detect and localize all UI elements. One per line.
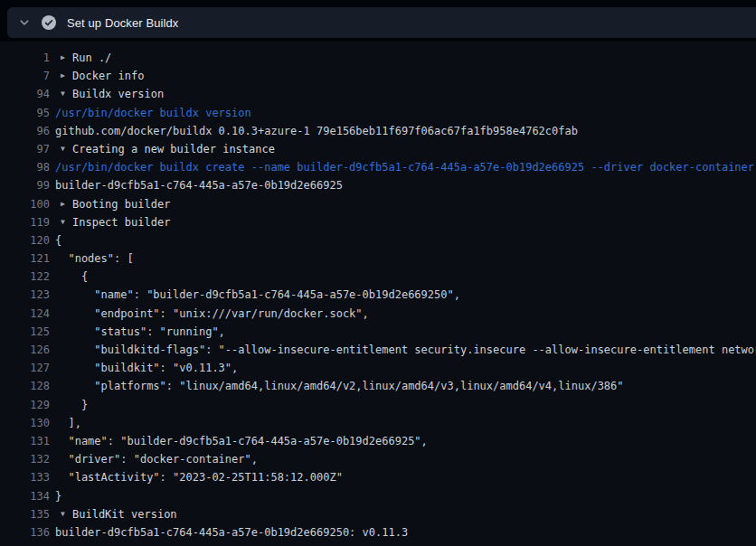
line-number[interactable]: 100	[0, 195, 50, 213]
log-line[interactable]: 119 ▼ Inspect builder	[0, 213, 756, 231]
caret-down-icon: ▼	[61, 140, 72, 158]
log-text: {	[55, 268, 88, 286]
log-line: 134 }	[0, 487, 756, 505]
step-header[interactable]: Set up Docker Buildx	[7, 7, 756, 38]
log-line[interactable]: 135 ▼ BuildKit version	[0, 505, 756, 523]
line-number[interactable]: 121	[0, 249, 50, 268]
log-line: 129 }	[0, 396, 756, 414]
line-number[interactable]: 122	[0, 268, 50, 286]
log-line: 133 "lastActivity": "2023-02-25T11:58:12…	[0, 468, 756, 486]
log-text: builder-d9cfb5a1-c764-445a-a57e-0b19d2e6…	[55, 523, 408, 541]
log-text: }	[55, 396, 88, 414]
log-line: 98 /usr/bin/docker buildx create --name …	[0, 158, 756, 176]
caret-down-icon: ▼	[61, 505, 72, 523]
log-line: 122 {	[0, 268, 756, 286]
log-line: 121 "nodes": [	[0, 249, 756, 268]
log-text: github.com/docker/buildx 0.10.3+azure-1 …	[55, 122, 578, 140]
step-title: Set up Docker Buildx	[67, 16, 178, 30]
line-number[interactable]: 127	[0, 359, 50, 377]
log-text: Inspect builder	[72, 213, 170, 231]
line-number[interactable]: 130	[0, 414, 50, 432]
log-text: "buildkitd-flags": "--allow-insecure-ent…	[55, 341, 756, 359]
caret-right-icon: ▶	[61, 195, 72, 213]
log-text: "name": "builder-d9cfb5a1-c764-445a-a57e…	[55, 286, 460, 304]
line-number[interactable]: 97	[0, 140, 50, 158]
log-line: 99 builder-d9cfb5a1-c764-445a-a57e-0b19d…	[0, 176, 756, 194]
line-number[interactable]: 96	[0, 122, 50, 140]
line-number[interactable]: 7	[0, 67, 50, 85]
log-text: Creating a new builder instance	[72, 140, 275, 158]
log-line: 95 /usr/bin/docker buildx version	[0, 104, 756, 122]
line-number[interactable]: 136	[0, 523, 50, 541]
log-text: /usr/bin/docker buildx version	[55, 104, 251, 122]
log-line: 128 "platforms": "linux/amd64,linux/amd6…	[0, 377, 756, 395]
log-line[interactable]: 94 ▼ Buildx version	[0, 85, 756, 103]
caret-right-icon: ▶	[61, 67, 72, 85]
log-text: "platforms": "linux/amd64,linux/amd64/v2…	[55, 377, 624, 395]
log-text: "nodes": [	[55, 249, 134, 268]
log-line: 132 "driver": "docker-container",	[0, 450, 756, 468]
caret-down-icon: ▼	[61, 85, 72, 103]
log-line: 136 builder-d9cfb5a1-c764-445a-a57e-0b19…	[0, 523, 756, 541]
line-number[interactable]: 129	[0, 396, 50, 414]
line-number[interactable]: 95	[0, 104, 50, 122]
caret-right-icon: ▶	[61, 49, 72, 67]
log-line: 124 "endpoint": "unix:///var/run/docker.…	[0, 305, 756, 323]
line-number[interactable]: 1	[0, 49, 50, 67]
line-number[interactable]: 128	[0, 377, 50, 395]
chevron-down-icon[interactable]	[18, 16, 31, 29]
log-text: }	[55, 487, 61, 505]
log-text: Run ./	[72, 49, 111, 67]
log-line: 123 "name": "builder-d9cfb5a1-c764-445a-…	[0, 286, 756, 304]
log-text: {	[55, 231, 61, 249]
line-number[interactable]: 123	[0, 286, 50, 304]
line-number[interactable]: 135	[0, 505, 50, 523]
line-number[interactable]: 131	[0, 432, 50, 450]
log-line: 96 github.com/docker/buildx 0.10.3+azure…	[0, 122, 756, 140]
line-number[interactable]: 120	[0, 231, 50, 249]
caret-down-icon: ▼	[61, 213, 72, 231]
line-number[interactable]: 98	[0, 158, 50, 176]
line-number[interactable]: 125	[0, 323, 50, 341]
log-line: 127 "buildkit": "v0.11.3",	[0, 359, 756, 377]
log-line[interactable]: 97 ▼ Creating a new builder instance	[0, 140, 756, 158]
log-text: "driver": "docker-container",	[55, 450, 258, 468]
log-text: Docker info	[72, 67, 144, 85]
log-line: 126 "buildkitd-flags": "--allow-insecure…	[0, 341, 756, 359]
log-text: "buildkit": "v0.11.3",	[55, 359, 238, 377]
log-text: "name": "builder-d9cfb5a1-c764-445a-a57e…	[55, 432, 428, 450]
line-number[interactable]: 126	[0, 341, 50, 359]
log-line: 125 "status": "running",	[0, 323, 756, 341]
log-line[interactable]: 7 ▶ Docker info	[0, 67, 756, 85]
line-number[interactable]: 134	[0, 487, 50, 505]
line-number[interactable]: 124	[0, 305, 50, 323]
log-text: BuildKit version	[72, 505, 177, 523]
log-body: 1 ▶ Run ./ 7 ▶ Docker info 94 ▼ Buildx v…	[0, 42, 756, 546]
log-text: "endpoint": "unix:///var/run/docker.sock…	[55, 305, 369, 323]
check-circle-icon	[42, 15, 56, 30]
log-line: 130 ],	[0, 414, 756, 432]
line-number[interactable]: 133	[0, 468, 50, 486]
log-line: 120 {	[0, 231, 756, 249]
log-line: 131 "name": "builder-d9cfb5a1-c764-445a-…	[0, 432, 756, 450]
log-text: /usr/bin/docker buildx create --name bui…	[55, 158, 754, 176]
log-text: Buildx version	[72, 85, 164, 103]
line-number[interactable]: 94	[0, 85, 50, 103]
line-number[interactable]: 119	[0, 213, 50, 231]
log-text: "status": "running",	[55, 323, 225, 341]
log-text: builder-d9cfb5a1-c764-445a-a57e-0b19d2e6…	[55, 176, 343, 194]
log-line[interactable]: 1 ▶ Run ./	[0, 49, 756, 67]
log-line[interactable]: 100 ▶ Booting builder	[0, 195, 756, 213]
line-number[interactable]: 132	[0, 450, 50, 468]
line-number[interactable]: 99	[0, 176, 50, 194]
log-text: "lastActivity": "2023-02-25T11:58:12.000…	[55, 468, 343, 486]
log-text: Booting builder	[72, 195, 170, 213]
log-text: ],	[55, 414, 81, 432]
